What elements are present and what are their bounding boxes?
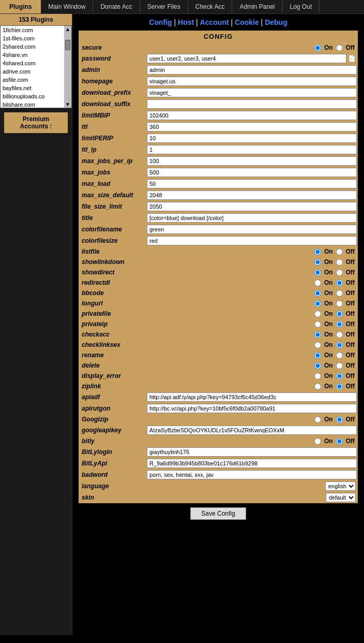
bitly-on-radio[interactable]	[314, 438, 321, 445]
bitlyapi-input[interactable]	[147, 459, 357, 468]
password-input[interactable]	[147, 54, 346, 63]
value-language: english	[146, 480, 358, 492]
max-jobs-per-ip-input[interactable]	[147, 156, 357, 166]
delete-on-radio[interactable]	[314, 362, 321, 369]
max-load-input[interactable]	[147, 179, 357, 188]
value-badword	[146, 469, 358, 480]
privatefile-off-radio[interactable]	[336, 311, 343, 317]
nav-donate-acc[interactable]: Donate Acc	[93, 0, 140, 13]
redirectdl-off-label: Off	[346, 279, 355, 286]
secure-on-radio[interactable]	[314, 45, 321, 51]
list-item[interactable]: 4share.vn	[1, 51, 71, 59]
ttl-ip-input[interactable]	[147, 145, 357, 154]
rename-on-radio[interactable]	[314, 352, 321, 359]
delete-off-radio[interactable]	[336, 362, 343, 369]
apiadf-input[interactable]	[147, 392, 357, 402]
list-item[interactable]: bayfiles.net	[1, 84, 71, 92]
nav-admin-panel[interactable]: Admin Panel	[232, 0, 282, 13]
longurl-off-radio[interactable]	[336, 300, 343, 307]
skin-select[interactable]: default	[326, 493, 356, 502]
list-item[interactable]: bitshare.com	[1, 100, 71, 108]
showlinkdown-on-radio[interactable]	[314, 259, 321, 266]
value-colorfilename	[146, 224, 358, 235]
privatefile-on-radio[interactable]	[314, 311, 321, 317]
ttl-input[interactable]	[147, 122, 357, 131]
homepage-input[interactable]	[147, 77, 357, 86]
max-size-default-input[interactable]	[147, 191, 357, 200]
scroll-thumb[interactable]	[65, 40, 70, 50]
label-privatefile: privatefile	[79, 309, 146, 319]
download-suffix-input[interactable]	[147, 99, 357, 109]
scroll-down-arrow[interactable]: ▼	[65, 101, 71, 108]
apirutgon-input[interactable]	[147, 404, 357, 413]
file-size-limit-input[interactable]	[147, 202, 357, 211]
bbcode-off-radio[interactable]	[336, 290, 343, 297]
bitly-off-radio[interactable]	[336, 438, 343, 445]
max-jobs-input[interactable]	[147, 168, 357, 177]
list-item[interactable]: 1fichier.com	[1, 26, 71, 34]
account-link[interactable]: Account	[200, 18, 229, 26]
language-select[interactable]: english	[325, 481, 356, 491]
bitlylogin-input[interactable]	[147, 447, 357, 457]
table-row: rename OnOff	[79, 350, 358, 360]
limitmbip-input[interactable]	[147, 111, 357, 120]
googlzip-on-radio[interactable]	[314, 416, 321, 423]
list-item[interactable]: adrive.com	[1, 67, 71, 76]
display-error-off-radio[interactable]	[336, 373, 343, 379]
value-checklinksex: OnOff	[146, 340, 358, 350]
showdirect-off-radio[interactable]	[336, 269, 343, 276]
cookie-link[interactable]: Cookie	[235, 18, 259, 26]
debug-link[interactable]: Debug	[265, 18, 287, 26]
bbcode-on-radio[interactable]	[314, 290, 321, 297]
config-link[interactable]: Config	[149, 18, 172, 26]
showlinkdown-off-radio[interactable]	[336, 259, 343, 266]
rename-off-radio[interactable]	[336, 352, 343, 359]
nav-log-out[interactable]: Log Out	[283, 0, 320, 13]
checkacc-on-radio[interactable]	[314, 331, 321, 338]
host-link[interactable]: Host	[178, 18, 194, 26]
googlzip-off-radio[interactable]	[336, 416, 343, 423]
label-file-size-limit: file_size_limit	[79, 201, 146, 212]
colorfilesize-input[interactable]	[147, 236, 357, 245]
listfile-on-radio[interactable]	[314, 249, 321, 255]
checkacc-off-radio[interactable]	[336, 331, 343, 338]
save-config-button[interactable]: Save Config	[190, 507, 246, 520]
ziplink-off-radio[interactable]	[336, 383, 343, 390]
title-input[interactable]	[147, 213, 357, 223]
listfile-off-radio[interactable]	[336, 249, 343, 255]
list-item[interactable]: billionuploads.co	[1, 92, 71, 100]
download-prefix-input[interactable]	[147, 88, 357, 97]
nav-check-acc[interactable]: Check Acc	[188, 0, 233, 13]
colorfilename-input[interactable]	[147, 225, 357, 234]
admin-input[interactable]	[147, 65, 357, 75]
nav-main-window[interactable]: Main Window	[41, 0, 93, 13]
value-showdirect: OnOff	[146, 267, 358, 277]
list-item[interactable]: 4shared.com	[1, 59, 71, 67]
googleapikey-input[interactable]	[147, 426, 357, 435]
list-item[interactable]: 2shared.com	[1, 42, 71, 51]
scrollbar[interactable]: ▲ ▼	[64, 26, 71, 108]
checklinksex-off-radio[interactable]	[336, 342, 343, 348]
nav-server-files[interactable]: Server Files	[140, 0, 188, 13]
main-layout: 153 Plugins 1fichier.com 1st-files.com 2…	[0, 14, 364, 635]
showdirect-on-radio[interactable]	[314, 269, 321, 276]
display-error-on-radio[interactable]	[314, 373, 321, 379]
badword-input[interactable]	[147, 470, 357, 479]
plugins-tab[interactable]: Plugins	[0, 0, 41, 13]
ziplink-on-radio[interactable]	[314, 383, 321, 390]
premium-accounts-button[interactable]: Premium Accounts :	[4, 112, 68, 133]
nav-links: Main Window Donate Acc Server Files Chec…	[41, 0, 364, 13]
redirectdl-on-radio[interactable]	[314, 280, 321, 286]
list-item[interactable]: asfile.com	[1, 76, 71, 84]
plugin-list: 1fichier.com 1st-files.com 2shared.com 4…	[1, 26, 71, 108]
limitperip-input[interactable]	[147, 134, 357, 143]
redirectdl-off-radio[interactable]	[336, 280, 343, 286]
longurl-on-radio[interactable]	[314, 300, 321, 307]
privateip-on-radio[interactable]	[314, 321, 321, 328]
scroll-up-arrow[interactable]: ▲	[65, 26, 71, 33]
checklinksex-on-radio[interactable]	[314, 342, 321, 348]
value-googlzip: OnOff	[146, 414, 358, 425]
list-item[interactable]: 1st-files.com	[1, 34, 71, 42]
secure-off-radio[interactable]	[336, 45, 343, 51]
privateip-off-radio[interactable]	[336, 321, 343, 328]
